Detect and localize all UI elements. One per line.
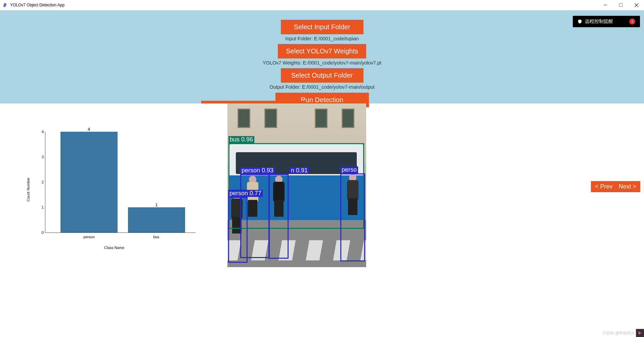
maximize-button[interactable] [613, 0, 629, 10]
remote-control-notification[interactable]: 远程控制提醒 1 [573, 16, 640, 27]
ytick-4: 4 [42, 130, 44, 134]
detection-label-bus: bus 0.96 [228, 136, 254, 143]
detection-label-person-3: perso [340, 166, 358, 173]
window-title: YOLOv7 Object Detection App [10, 3, 598, 7]
detection-label-person-1: person 0.93 [240, 167, 275, 174]
nav-buttons: < Prev Next > [591, 181, 640, 192]
bar-bus [128, 207, 185, 233]
ytick-3: 3 [42, 155, 44, 159]
orange-strip [201, 101, 305, 103]
detection-image: bus 0.96 person 0.93 n 0.91 perso person… [227, 103, 366, 267]
control-panel: Select Input Folder Input Folder: E:/000… [0, 10, 644, 103]
notification-badge: 1 [629, 18, 635, 25]
bar-label-bus: 1 [155, 202, 158, 207]
tkinter-icon [3, 2, 8, 8]
svg-rect-1 [619, 3, 622, 7]
select-input-button[interactable]: Select Input Folder [281, 20, 363, 34]
count-bar-chart: Count Number Class Name 4 1 4 3 2 1 0 pe… [30, 130, 198, 249]
content-area: Count Number Class Name 4 1 4 3 2 1 0 pe… [0, 103, 644, 337]
close-button[interactable] [629, 0, 644, 10]
shield-icon [577, 19, 582, 24]
xtick-person: person [83, 235, 95, 239]
select-weights-button[interactable]: Select YOLOv7 Weights [278, 44, 366, 58]
prev-button[interactable]: < Prev [595, 183, 613, 190]
corner-arrow-icon[interactable] [636, 329, 644, 337]
chart-xlabel: Class Name [104, 246, 124, 250]
bar-label-person: 4 [88, 127, 90, 132]
detection-box-person-2: n 0.91 [268, 174, 289, 259]
bar-person [60, 132, 118, 233]
xtick-bus: bus [153, 235, 159, 239]
watermark: CSDN @毕设阿力 [603, 331, 635, 336]
input-path-label: Input Folder: E:/0001_code/tupian [0, 36, 644, 41]
detection-label-person-2: n 0.91 [290, 167, 309, 174]
ytick-1: 1 [42, 205, 44, 209]
output-path-label: Output Folder: E:/0001_code/yolov7-main/… [0, 84, 644, 90]
weights-path-label: YOLOv7 Weights: E:/0001_code/yolov7-main… [0, 60, 644, 66]
detection-box-person-4: person 0.77 [228, 197, 248, 263]
next-button[interactable]: Next > [618, 183, 636, 190]
detection-box-person-3: perso [340, 173, 365, 261]
select-output-button[interactable]: Select Output Folder [281, 68, 363, 83]
window-titlebar: YOLOv7 Object Detection App [0, 0, 644, 10]
detection-label-person-4: person 0.77 [228, 190, 263, 197]
notification-text: 远程控制提醒 [585, 18, 613, 25]
chart-ylabel: Count Number [26, 177, 30, 202]
plot-area: 4 1 [45, 132, 196, 233]
ytick-0: 0 [42, 230, 44, 235]
minimize-button[interactable] [598, 0, 613, 10]
ytick-2: 2 [42, 180, 44, 184]
